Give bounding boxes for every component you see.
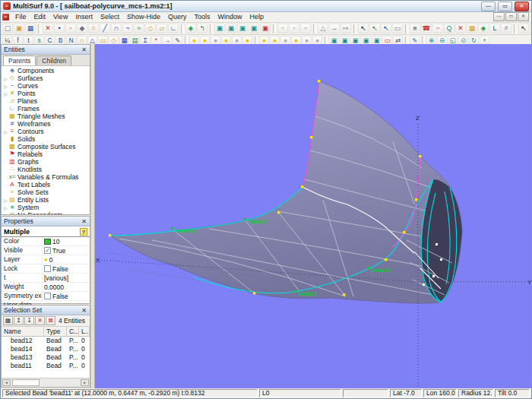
view-side-icon[interactable]: ▣ (237, 24, 248, 33)
undo-view-icon[interactable]: ↰ (197, 24, 207, 33)
polygon-icon[interactable]: ◈ (478, 24, 489, 33)
pick-parent-icon[interactable]: ↖ (530, 24, 531, 33)
table-row[interactable]: bead13 Bead P... 0 (2, 353, 90, 362)
view-top-icon[interactable]: ▣ (226, 24, 236, 33)
select-entities-icon[interactable]: ↖ (369, 24, 380, 33)
select-add-icon[interactable]: ↖ (381, 24, 391, 33)
column-type[interactable]: Type (44, 327, 67, 336)
move-down-icon[interactable]: ↧ (24, 316, 34, 325)
insert-line-icon[interactable]: ╱ (100, 24, 110, 33)
hash-icon[interactable]: # (501, 24, 511, 33)
close-icon[interactable]: ✕ (81, 46, 87, 53)
property-value[interactable]: 10 (43, 238, 90, 245)
checkbox[interactable]: ✓ (44, 247, 51, 254)
pointer-icon[interactable]: ↖ (518, 24, 529, 33)
tree-item[interactable]: ▷ ✕ Points (2, 90, 90, 97)
tree-item[interactable]: ▷ ▮ Solids (2, 135, 90, 143)
menu-item[interactable]: Show-Hide (123, 12, 164, 22)
grid-settings-icon[interactable]: ▫ (300, 24, 311, 33)
table-row[interactable]: bead14 Bead P... 0 (2, 345, 90, 353)
tree-item[interactable]: ▷ ▦ Triangle Meshes (2, 112, 90, 120)
tree-item[interactable]: ▷ ∴ Knotlists (2, 166, 90, 173)
insert-frame-icon[interactable]: ∟ (168, 24, 179, 33)
mesh-icon[interactable]: ▦ (467, 24, 477, 33)
expand-icon[interactable]: ▷ (3, 129, 8, 135)
expand-icon[interactable]: ▷ (3, 213, 8, 215)
insert-surface-icon[interactable]: ◇ (145, 24, 156, 33)
close-icon[interactable]: ✕ (81, 307, 87, 314)
sail-surface[interactable] (110, 81, 462, 303)
checkbox[interactable] (44, 265, 51, 272)
property-value[interactable]: [various] (43, 274, 90, 282)
column-name[interactable]: Name (2, 327, 44, 336)
delete-selection-icon[interactable]: ✕ (455, 24, 466, 33)
tree-item[interactable]: ▷ = Solve Sets (2, 188, 90, 196)
delete-entity-icon[interactable]: ✕ (43, 24, 53, 33)
insert-curve-icon[interactable]: ~ (122, 24, 133, 33)
insert-snake-icon[interactable]: ≈ (134, 24, 144, 33)
move-up-icon[interactable]: ↥ (14, 316, 24, 325)
mdi-minimize-button[interactable]: — (493, 12, 505, 21)
tree-item[interactable]: ▷ ≡ Contours (2, 128, 90, 135)
select-query-icon[interactable]: ▭ (392, 24, 403, 33)
view-iso-icon[interactable]: ▣ (249, 24, 259, 33)
scroll-right-icon[interactable]: ▸ (81, 379, 89, 386)
mdi-close-button[interactable]: ✕ (518, 12, 529, 21)
minimize-button[interactable]: — (481, 2, 496, 11)
restore-button[interactable]: ▭ (498, 2, 512, 11)
menu-item[interactable]: Window (214, 12, 245, 22)
tree-item[interactable]: ▷ # Wireframes (2, 120, 90, 128)
insert-ring-icon[interactable]: ○ (88, 24, 99, 33)
tree-item[interactable]: ▷ ▩ Composite Surfaces (2, 143, 90, 150)
align-icon[interactable]: △ (318, 24, 328, 33)
insert-magnet-icon[interactable]: ◆ (77, 24, 87, 33)
menu-item[interactable]: Tools (190, 12, 214, 22)
fair-curve-icon[interactable]: ~ (432, 24, 443, 33)
insert-bead-icon[interactable]: ◦ (65, 24, 76, 33)
query-icon[interactable]: Q (444, 24, 454, 33)
tree-item[interactable]: ▷ x= Variables & Formulas (2, 173, 90, 181)
horizontal-scrollbar[interactable]: ◂ ▸ (2, 378, 90, 387)
tree-item[interactable]: ▷ A Text Labels (2, 181, 90, 188)
stop-icon[interactable]: ■ (410, 24, 420, 33)
tree-item[interactable]: ▷ ◈ Components (2, 67, 90, 74)
offset-icon[interactable]: ↦ (340, 24, 351, 33)
orientation-icon[interactable]: ◈ (185, 24, 196, 33)
insert-arc-icon[interactable]: ∩ (111, 24, 122, 33)
viewport-canvas[interactable]: Z Y X (95, 44, 532, 390)
tree-item[interactable]: ▷ ∟ Frames (2, 105, 90, 112)
expand-icon[interactable]: ▷ (3, 76, 8, 81)
column-color[interactable]: C... (67, 327, 79, 336)
property-value[interactable]: False (43, 293, 90, 300)
insert-point-icon[interactable]: • (54, 24, 65, 33)
close-button[interactable]: ✕ (515, 2, 529, 11)
label-icon[interactable]: L (489, 24, 500, 33)
table-row[interactable]: bead12 Bead P... 0 (2, 337, 90, 345)
checkbox[interactable] (44, 293, 51, 299)
tree-item[interactable]: ▷ ▥ Graphs (2, 158, 90, 166)
tree-item[interactable]: ▷ Y No Dependents (2, 211, 90, 214)
new-icon[interactable]: ▢ (2, 24, 13, 33)
expand-icon[interactable]: ▷ (3, 91, 8, 97)
tab-children[interactable]: Children (36, 55, 71, 65)
property-value[interactable]: False (43, 265, 90, 273)
tab-parents[interactable]: Parents (3, 55, 36, 65)
expand-icon[interactable]: ▷ (3, 84, 8, 89)
menu-item[interactable]: Insert (71, 12, 97, 22)
measure-icon[interactable]: ↔ (329, 24, 340, 33)
support-icon[interactable]: ☎ (421, 24, 432, 33)
tree-item[interactable]: ▷ ∗ System (2, 204, 90, 211)
expand-icon[interactable]: ▷ (3, 198, 8, 203)
menu-item[interactable]: Query (164, 12, 191, 22)
tree-item[interactable]: ▷ ◇ Surfaces (2, 74, 90, 82)
table-row[interactable]: bead11 Bead P... 0 (2, 362, 90, 370)
grid-display-icon[interactable]: ▫ (289, 24, 299, 33)
view-front-icon[interactable]: ▣ (214, 24, 225, 33)
column-layer[interactable]: L... (79, 327, 90, 336)
mdi-restore-button[interactable]: ▭ (505, 12, 517, 21)
menu-item[interactable]: Edit (30, 12, 50, 22)
tree-item[interactable]: ▷ ⚑ Relabels (2, 150, 90, 158)
help-icon[interactable]: ? (80, 228, 87, 236)
property-value[interactable]: ✓ True (43, 247, 90, 255)
tree-item[interactable]: ▷ ▤ Entity Lists (2, 196, 90, 204)
